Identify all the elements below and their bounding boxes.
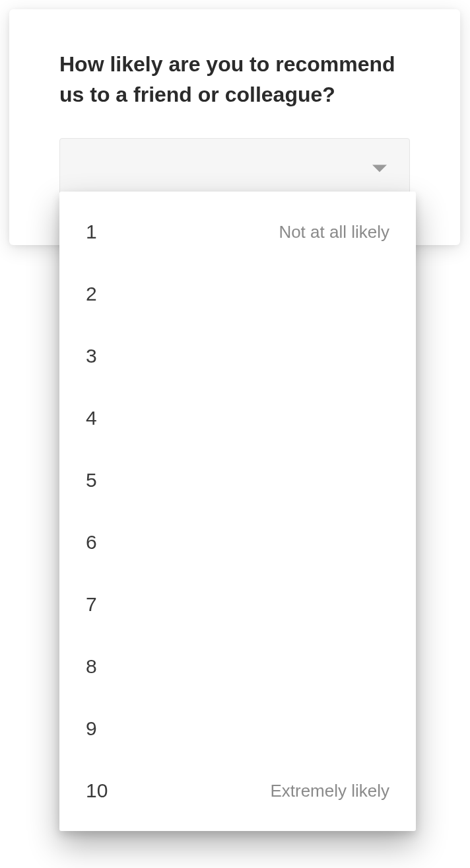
- option-number: 3: [86, 345, 97, 367]
- option-number: 5: [86, 469, 97, 491]
- rating-option-4[interactable]: 4: [59, 387, 416, 449]
- rating-option-7[interactable]: 7: [59, 573, 416, 635]
- option-hint: Extremely likely: [270, 781, 389, 801]
- chevron-down-icon: [372, 164, 387, 172]
- rating-option-2[interactable]: 2: [59, 263, 416, 325]
- rating-option-5[interactable]: 5: [59, 449, 416, 511]
- rating-option-6[interactable]: 6: [59, 511, 416, 573]
- rating-select[interactable]: [59, 138, 410, 199]
- option-number: 6: [86, 531, 97, 554]
- rating-option-1[interactable]: 1 Not at all likely: [59, 201, 416, 263]
- rating-option-9[interactable]: 9: [59, 698, 416, 760]
- rating-dropdown: 1 Not at all likely 2 3 4 5 6 7 8 9 10 E…: [59, 192, 416, 831]
- option-number: 10: [86, 779, 108, 802]
- option-hint: Not at all likely: [279, 222, 389, 242]
- option-number: 1: [86, 221, 97, 243]
- rating-option-10[interactable]: 10 Extremely likely: [59, 760, 416, 822]
- rating-option-8[interactable]: 8: [59, 635, 416, 698]
- survey-question: How likely are you to recommend us to a …: [59, 49, 410, 110]
- option-number: 2: [86, 283, 97, 305]
- rating-option-3[interactable]: 3: [59, 325, 416, 387]
- option-number: 4: [86, 407, 97, 429]
- option-number: 7: [86, 593, 97, 616]
- option-number: 9: [86, 717, 97, 740]
- option-number: 8: [86, 655, 97, 678]
